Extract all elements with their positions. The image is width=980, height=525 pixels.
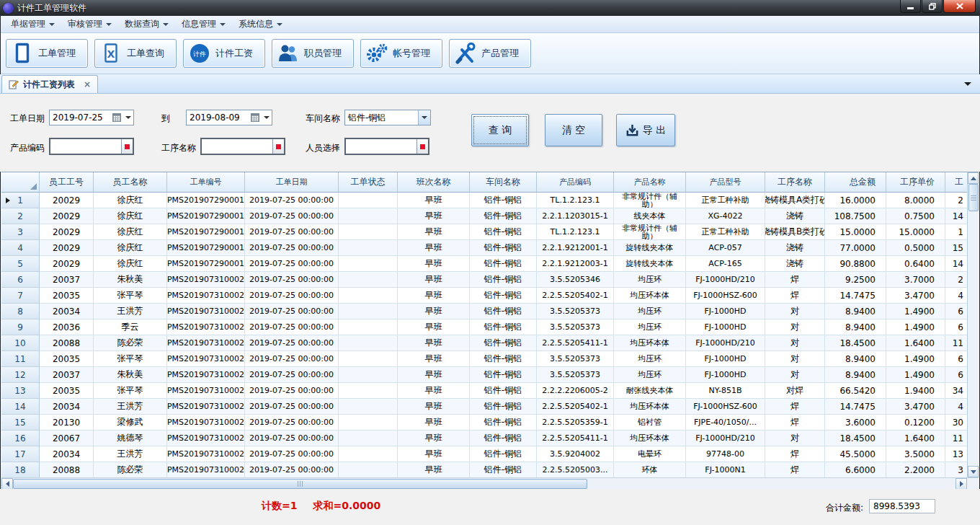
column-header[interactable]: 产品名称 — [614, 172, 686, 193]
grid-cell[interactable]: FJ-1000HD — [686, 319, 765, 335]
grid-cell[interactable]: ACP-165 — [686, 256, 765, 272]
grid-cell[interactable]: PMS201907310002 — [167, 335, 245, 351]
grid-cell[interactable]: 早班 — [398, 462, 470, 477]
grid-cell[interactable]: 早班 — [398, 351, 470, 367]
scroll-up-button[interactable] — [968, 172, 979, 184]
grid-cell[interactable]: TL.1.2.123.1 — [537, 224, 614, 240]
grid-cell[interactable]: 3.5.5205373 — [537, 367, 614, 383]
grid-cell[interactable]: PMS201907310002 — [167, 304, 245, 319]
grid-cell[interactable] — [339, 367, 398, 383]
grid-cell[interactable]: 铝件-铜铝 — [470, 351, 537, 367]
grid-cell[interactable]: 45.5000 — [825, 446, 886, 462]
grid-cell[interactable]: NY-851B — [686, 383, 765, 399]
grid-cell[interactable]: 20029 — [40, 240, 94, 256]
table-row[interactable]: 1120035张平琴PMS2019073100022019-07-25 00:0… — [1, 351, 967, 367]
grid-cell[interactable]: 11 — [945, 431, 967, 446]
table-row[interactable]: 1420034王洪芳PMS2019073100022019-07-25 00:0… — [1, 399, 967, 415]
grid-cell[interactable] — [339, 288, 398, 304]
lookup-button[interactable] — [416, 139, 428, 154]
menu-item[interactable]: 信息管理 — [175, 17, 232, 32]
grid-cell[interactable]: 早班 — [398, 335, 470, 351]
grid-cell[interactable]: PMS201907310002 — [167, 351, 245, 367]
grid-cell[interactable]: 20036 — [40, 319, 94, 335]
row-selector[interactable]: 3 — [1, 224, 40, 240]
grid-cell[interactable]: 15.0000 — [825, 224, 886, 240]
total-amount-box[interactable]: 8998.5393 — [869, 499, 935, 513]
vertical-scrollbar[interactable] — [967, 172, 979, 477]
grid-cell[interactable]: 97748-00 — [686, 446, 765, 462]
grid-cell[interactable]: 1.4900 — [886, 319, 945, 335]
grid-cell[interactable]: 浇铸模具B类打砂 — [765, 224, 825, 240]
grid-cell[interactable]: 13 — [945, 446, 967, 462]
calendar-icon[interactable] — [112, 113, 121, 122]
table-row[interactable]: 1020088陈必荣PMS2019073100022019-07-25 00:0… — [1, 335, 967, 351]
date-to-input[interactable]: 2019-08-09 — [186, 110, 272, 125]
grid-cell[interactable]: 20034 — [40, 399, 94, 415]
table-row[interactable]: 820034王洪芳PMS2019073100022019-07-25 00:00… — [1, 304, 967, 319]
grid-cell[interactable]: 正常工种补助 — [686, 224, 765, 240]
grid-cell[interactable]: 早班 — [398, 319, 470, 335]
grid-cell[interactable]: 3.6000 — [825, 415, 886, 431]
grid-cell[interactable]: 6 — [945, 367, 967, 383]
grid-cell[interactable]: 20029 — [40, 208, 94, 224]
grid-cell[interactable]: 徐庆红 — [94, 224, 167, 240]
grid-cell[interactable]: 2019-07-25 00:00:00 — [245, 399, 339, 415]
grid-cell[interactable]: 均压环 — [614, 304, 686, 319]
grid-cell[interactable]: 早班 — [398, 240, 470, 256]
grid-cell[interactable]: 8.9400 — [825, 367, 886, 383]
title-bar[interactable]: 计件工单管理软件 — [0, 0, 980, 16]
grid-cell[interactable]: 2019-07-25 00:00:00 — [245, 304, 339, 319]
grid-cell[interactable]: PMS201907310002 — [167, 367, 245, 383]
grid-cell[interactable]: 6 — [945, 319, 967, 335]
tab-close-icon[interactable]: × — [84, 81, 91, 88]
grid-cell[interactable]: 3.5.5205373 — [537, 304, 614, 319]
grid-cell[interactable]: 20130 — [40, 415, 94, 431]
grid-cell[interactable]: PMS201907290001 — [167, 224, 245, 240]
grid-cell[interactable]: 非常规计件（辅助） — [614, 193, 686, 208]
grid-cell[interactable] — [339, 351, 398, 367]
grid-cell[interactable]: 铝件-铜铝 — [470, 462, 537, 477]
row-selector[interactable]: 4 — [1, 240, 40, 256]
table-row[interactable]: 1320035张平琴PMS2019073100022019-07-25 00:0… — [1, 383, 967, 399]
grid-cell[interactable]: PMS201907310002 — [167, 272, 245, 288]
grid-cell[interactable]: FJ-1000HD — [686, 351, 765, 367]
grid-cell[interactable]: 20037 — [40, 367, 94, 383]
grid-cell[interactable]: PMS201907290001 — [167, 256, 245, 272]
grid-cell[interactable]: 非常规计件（辅助） — [614, 224, 686, 240]
grid-cell[interactable]: 14.7475 — [825, 399, 886, 415]
grid-cell[interactable]: 均压环 — [614, 272, 686, 288]
grid-cell[interactable]: 2.2.1.1203015-1 — [537, 208, 614, 224]
grid-cell[interactable]: 陈必荣 — [94, 335, 167, 351]
grid-cell[interactable]: 34 — [945, 383, 967, 399]
grid-cell[interactable]: 姚德琴 — [94, 431, 167, 446]
grid-cell[interactable]: 铝件-铜铝 — [470, 240, 537, 256]
table-row[interactable]: 1820088陈必荣PMS2019073100022019-07-25 00:0… — [1, 462, 967, 477]
grid-cell[interactable]: 浇铸模具A类打砂 — [765, 193, 825, 208]
grid-cell[interactable]: 2019-07-25 00:00:00 — [245, 462, 339, 477]
grid-cell[interactable]: 旋转线夹本体 — [614, 240, 686, 256]
row-selector[interactable]: 17 — [1, 446, 40, 462]
grid-cell[interactable]: 铝件-铜铝 — [470, 431, 537, 446]
scroll-right-button[interactable] — [956, 478, 967, 490]
grid-cell[interactable]: 0.5000 — [886, 240, 945, 256]
grid-cell[interactable]: 朱秋美 — [94, 272, 167, 288]
grid-cell[interactable]: 2019-07-25 00:00:00 — [245, 431, 339, 446]
vertical-scroll-track[interactable] — [968, 211, 979, 466]
toolbar-button-doc-x[interactable]: X工单查询 — [94, 39, 177, 68]
grid-cell[interactable]: 20035 — [40, 288, 94, 304]
grid-cell[interactable]: 对 — [765, 351, 825, 367]
restore-button[interactable] — [922, 0, 943, 13]
table-row[interactable]: 720035张平琴PMS2019073100022019-07-25 00:00… — [1, 288, 967, 304]
grid-cell[interactable]: 20035 — [40, 383, 94, 399]
grid-cell[interactable]: PMS201907290001 — [167, 240, 245, 256]
grid-cell[interactable]: PMS201907310002 — [167, 288, 245, 304]
grid-cell[interactable]: 对 — [765, 335, 825, 351]
grid-cell[interactable] — [339, 446, 398, 462]
grid-cell[interactable]: 2019-07-25 00:00:00 — [245, 335, 339, 351]
table-row[interactable]: 620037朱秋美PMS2019073100022019-07-25 00:00… — [1, 272, 967, 288]
grid-cell[interactable]: 3.5.5205346 — [537, 272, 614, 288]
row-selector[interactable]: 14 — [1, 399, 40, 415]
table-row[interactable]: 220029徐庆红PMS2019072900012019-07-25 00:00… — [1, 208, 967, 224]
grid-cell[interactable]: 早班 — [398, 415, 470, 431]
grid-cell[interactable]: 焊 — [765, 415, 825, 431]
